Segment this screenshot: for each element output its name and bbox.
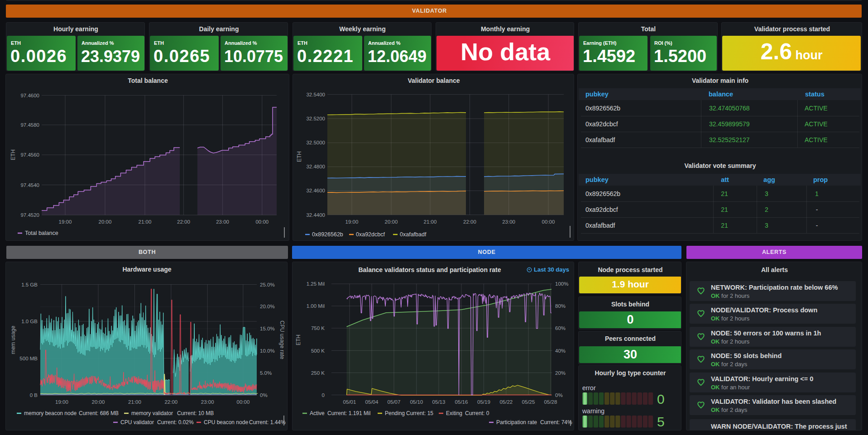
svg-text:32.5200: 32.5200 (306, 116, 325, 121)
svg-text:error: error (582, 384, 596, 392)
svg-text:ETH: ETH (296, 151, 302, 162)
svg-text:97.4560: 97.4560 (20, 152, 39, 158)
svg-text:05/07: 05/07 (388, 399, 401, 405)
svg-text:100%: 100% (555, 281, 568, 287)
svg-text:05/19: 05/19 (477, 399, 490, 405)
svg-text:ETH: ETH (295, 335, 302, 345)
svg-text:32.5000: 32.5000 (306, 140, 325, 145)
svg-text:Current: 1.44%: Current: 1.44% (249, 419, 286, 425)
svg-text:22:00: 22:00 (177, 219, 190, 225)
svg-text:warning: warning (582, 407, 604, 415)
svg-text:ETH: ETH (10, 149, 16, 160)
svg-text:32.4400: 32.4400 (306, 212, 325, 218)
svg-text:Current: 0: Current: 0 (465, 410, 489, 416)
svg-text:00:00: 00:00 (255, 219, 269, 225)
svg-text:0%: 0% (555, 392, 563, 398)
svg-text:0 B: 0 B (30, 392, 38, 398)
svg-text:Current: 74%: Current: 74% (540, 419, 572, 425)
svg-text:10.0%: 10.0% (260, 348, 275, 354)
svg-text:Pending: Pending (385, 410, 405, 416)
svg-text:22:00: 22:00 (463, 219, 476, 225)
svg-text:500 K: 500 K (311, 348, 325, 354)
svg-text:32.4600: 32.4600 (306, 188, 325, 193)
svg-text:21:00: 21:00 (128, 399, 141, 405)
svg-text:memory beacon node: memory beacon node (24, 410, 77, 416)
svg-text:05/04: 05/04 (365, 399, 379, 405)
svg-text:0: 0 (322, 392, 325, 398)
svg-text:5: 5 (657, 414, 665, 429)
svg-text:97.4580: 97.4580 (20, 122, 39, 128)
svg-text:CPU usage rate: CPU usage rate (279, 320, 285, 359)
svg-text:80%: 80% (555, 303, 566, 309)
svg-text:05/28: 05/28 (544, 399, 557, 405)
svg-text:mem usage: mem usage (10, 325, 16, 354)
svg-text:0x8926562b: 0x8926562b (312, 231, 343, 238)
svg-text:15.0%: 15.0% (260, 326, 275, 331)
svg-text:00:00: 00:00 (542, 219, 555, 225)
svg-text:0%: 0% (260, 392, 268, 398)
svg-text:Current: 686 MB: Current: 686 MB (79, 410, 119, 416)
svg-text:20%: 20% (555, 370, 566, 376)
svg-text:1.25 Mil: 1.25 Mil (307, 281, 325, 287)
svg-text:Participation rate: Participation rate (496, 419, 537, 425)
svg-text:23:00: 23:00 (201, 399, 214, 405)
svg-text:Current: 1.191 Mil: Current: 1.191 Mil (327, 410, 370, 416)
svg-text:1.0 GB: 1.0 GB (21, 319, 38, 324)
svg-text:19:00: 19:00 (345, 219, 359, 225)
svg-text:32.5400: 32.5400 (306, 92, 325, 97)
svg-text:19:00: 19:00 (59, 219, 72, 225)
svg-text:60%: 60% (555, 325, 566, 331)
svg-text:500 MB: 500 MB (19, 356, 38, 361)
svg-text:21:00: 21:00 (139, 219, 152, 225)
svg-text:1.00 Mil: 1.00 Mil (307, 303, 325, 309)
svg-text:05/25: 05/25 (522, 399, 535, 405)
svg-text:250 K: 250 K (311, 370, 325, 376)
svg-text:CPU validator: CPU validator (120, 419, 154, 425)
svg-text:97.4520: 97.4520 (20, 212, 39, 218)
svg-text:23:00: 23:00 (216, 219, 229, 225)
svg-text:memory validator: memory validator (131, 410, 173, 416)
svg-text:Active: Active (310, 410, 325, 416)
svg-text:20:00: 20:00 (92, 399, 105, 405)
svg-text:Current: 10 MB: Current: 10 MB (177, 410, 214, 416)
svg-text:23:00: 23:00 (502, 219, 515, 225)
svg-text:20.0%: 20.0% (260, 304, 275, 309)
svg-text:19:00: 19:00 (55, 399, 68, 405)
svg-text:20:00: 20:00 (385, 219, 398, 225)
svg-text:21:00: 21:00 (424, 219, 437, 225)
svg-text:Current: 15: Current: 15 (406, 410, 433, 416)
svg-text:Total balance: Total balance (25, 230, 58, 236)
svg-text:05/10: 05/10 (410, 399, 423, 405)
svg-text:05/16: 05/16 (455, 399, 468, 405)
svg-text:20:00: 20:00 (99, 219, 112, 225)
svg-text:40%: 40% (555, 348, 566, 354)
svg-text:0xa92dcbcf: 0xa92dcbcf (356, 231, 385, 238)
svg-text:Current: 0.02%: Current: 0.02% (157, 419, 194, 425)
svg-text:97.4540: 97.4540 (20, 182, 39, 188)
svg-text:CPU beacon node: CPU beacon node (204, 419, 248, 425)
svg-text:25.0%: 25.0% (260, 282, 275, 287)
svg-text:22:00: 22:00 (164, 399, 177, 405)
svg-text:1.5 GB: 1.5 GB (21, 282, 38, 287)
svg-text:5.0%: 5.0% (260, 370, 272, 376)
svg-text:05/01: 05/01 (343, 399, 356, 405)
svg-text:05/22: 05/22 (499, 399, 513, 405)
svg-text:0: 0 (657, 392, 665, 406)
svg-text:0xafafbadf: 0xafafbadf (400, 231, 427, 238)
svg-text:00:00: 00:00 (237, 399, 250, 405)
svg-text:05/13: 05/13 (432, 399, 446, 405)
svg-text:97.4600: 97.4600 (20, 93, 39, 98)
svg-text:32.4800: 32.4800 (306, 164, 325, 169)
svg-text:Exiting: Exiting (446, 410, 462, 416)
svg-text:750 K: 750 K (311, 325, 325, 331)
